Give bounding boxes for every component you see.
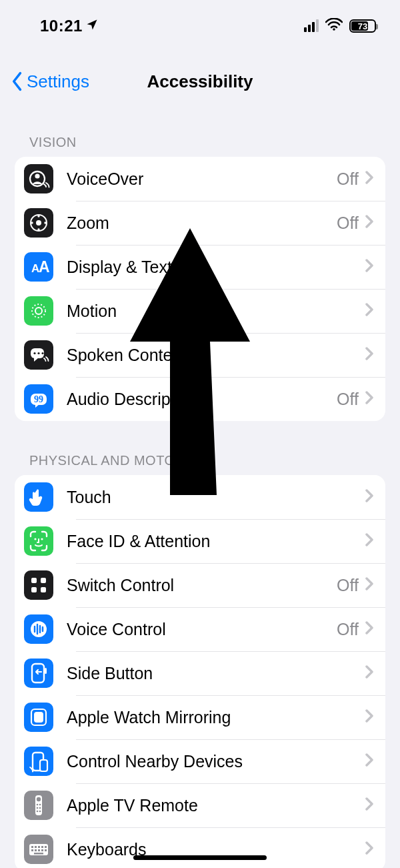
chevron-right-icon	[365, 489, 373, 505]
svg-rect-33	[41, 587, 46, 592]
svg-point-52	[37, 811, 39, 813]
row-spoken-content[interactable]: Spoken Content	[15, 333, 385, 377]
svg-text:99: 99	[34, 394, 43, 404]
chevron-right-icon	[365, 215, 373, 231]
row-label: Control Nearby Devices	[67, 752, 365, 771]
svg-point-51	[39, 807, 41, 809]
row-display-text-size[interactable]: A A Display & Text Size	[15, 245, 385, 289]
row-apple-watch-mirroring[interactable]: Apple Watch Mirroring	[15, 695, 385, 739]
switch-control-icon	[24, 570, 53, 600]
row-value: Off	[337, 576, 359, 595]
svg-rect-38	[45, 668, 47, 674]
svg-point-6	[36, 220, 41, 226]
row-side-button[interactable]: Side Button	[15, 651, 385, 695]
svg-rect-32	[31, 587, 37, 592]
svg-rect-30	[31, 578, 37, 583]
svg-rect-65	[45, 849, 47, 851]
svg-rect-63	[38, 849, 40, 851]
apple-tv-remote-icon	[24, 791, 53, 820]
row-apple-tv-remote[interactable]: Apple TV Remote	[15, 783, 385, 827]
svg-rect-61	[31, 849, 33, 851]
row-value: Off	[337, 213, 359, 233]
status-right: 73	[304, 17, 376, 35]
nav-bar: Settings Accessibility	[0, 60, 400, 103]
chevron-right-icon	[365, 171, 373, 187]
row-switch-control[interactable]: Switch Control Off	[15, 563, 385, 607]
row-label: Zoom	[67, 213, 337, 233]
svg-rect-64	[41, 849, 43, 851]
status-time: 10:21	[40, 17, 83, 35]
svg-rect-62	[35, 849, 37, 851]
svg-point-47	[37, 797, 41, 801]
svg-point-35	[31, 621, 47, 637]
chevron-right-icon	[365, 709, 373, 725]
row-label: Spoken Content	[67, 346, 365, 365]
chevron-right-icon	[365, 259, 373, 275]
row-faceid-attention[interactable]: Face ID & Attention	[15, 519, 385, 563]
svg-rect-36	[24, 659, 53, 688]
row-label: Apple TV Remote	[67, 796, 365, 815]
keyboards-icon	[24, 835, 53, 864]
row-label: Motion	[67, 302, 365, 321]
row-label: Switch Control	[67, 576, 337, 595]
svg-rect-41	[34, 712, 43, 723]
motion-icon	[24, 296, 53, 326]
row-label: Touch	[67, 488, 365, 507]
voice-control-icon	[24, 614, 53, 644]
svg-rect-14	[24, 296, 53, 326]
row-value: Off	[337, 169, 359, 189]
row-label: Audio Descriptions	[67, 390, 337, 409]
row-label: Display & Text Size	[67, 258, 365, 277]
svg-rect-59	[41, 846, 43, 848]
row-label: VoiceOver	[67, 169, 337, 189]
section-header-vision: Vision	[0, 103, 400, 157]
location-arrow-icon	[85, 17, 99, 35]
row-value: Off	[337, 620, 359, 639]
row-touch[interactable]: Touch	[15, 475, 385, 519]
back-button[interactable]: Settings	[7, 60, 93, 103]
row-motion[interactable]: Motion	[15, 289, 385, 333]
status-left: 10:21	[40, 17, 99, 35]
svg-rect-56	[31, 846, 33, 848]
svg-rect-1	[24, 164, 53, 193]
watch-mirroring-icon	[24, 703, 53, 732]
faceid-icon	[24, 526, 53, 556]
svg-point-21	[41, 352, 43, 354]
chevron-right-icon	[365, 577, 373, 593]
spoken-content-icon	[24, 340, 53, 370]
row-voiceover[interactable]: VoiceOver Off	[15, 157, 385, 201]
chevron-right-icon	[365, 533, 373, 549]
group-vision: VoiceOver Off Zoom Off A A Display & Tex…	[15, 157, 385, 421]
svg-point-53	[39, 811, 41, 813]
chevron-right-icon	[365, 753, 373, 769]
row-audio-descriptions[interactable]: 99 Audio Descriptions Off	[15, 377, 385, 421]
chevron-right-icon	[365, 391, 373, 407]
voiceover-icon	[24, 164, 53, 193]
battery-percent: 73	[351, 21, 375, 31]
svg-rect-44	[40, 760, 47, 771]
svg-point-0	[333, 28, 335, 31]
row-label: Voice Control	[67, 620, 337, 639]
chevron-right-icon	[365, 621, 373, 637]
group-physical: Touch Face ID & Attention Switch Control…	[15, 475, 385, 868]
svg-point-20	[37, 352, 39, 354]
row-zoom[interactable]: Zoom Off	[15, 201, 385, 245]
battery-icon: 73	[349, 19, 376, 33]
row-control-nearby-devices[interactable]: Control Nearby Devices	[15, 739, 385, 783]
svg-point-50	[37, 807, 39, 809]
home-indicator	[133, 855, 267, 860]
svg-point-48	[37, 804, 39, 806]
text-size-icon: A A	[24, 252, 53, 282]
svg-point-28	[41, 538, 43, 540]
row-keyboards[interactable]: Keyboards	[15, 827, 385, 868]
section-header-physical: Physical and Motor	[0, 421, 400, 475]
row-voice-control[interactable]: Voice Control Off	[15, 607, 385, 651]
row-label: Side Button	[67, 664, 365, 683]
svg-rect-29	[24, 570, 53, 600]
svg-rect-57	[35, 846, 37, 848]
row-value: Off	[337, 390, 359, 409]
back-label: Settings	[27, 71, 89, 92]
svg-point-10	[44, 222, 46, 224]
status-bar: 10:21 73	[0, 0, 400, 40]
chevron-right-icon	[365, 841, 373, 857]
